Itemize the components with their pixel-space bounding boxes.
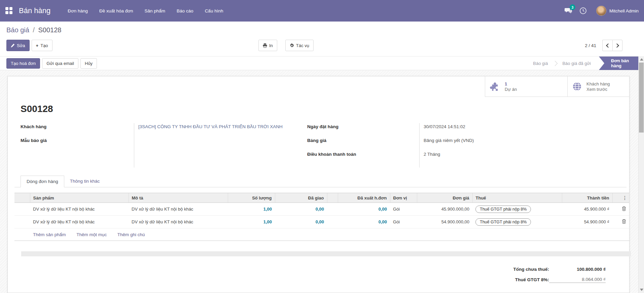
untaxed-total-value: 100.800.000 ₫ <box>549 267 606 272</box>
scroll-down-icon[interactable] <box>640 289 643 291</box>
cell-delivered[interactable]: 0,00 <box>316 207 324 212</box>
cancel-order-button[interactable]: Hủy <box>80 58 97 69</box>
table-footer-links-row: Thêm sản phẩm Thêm một mục Thêm ghi chú <box>14 228 629 241</box>
cell-description[interactable]: DV xử lý dữ liệu KT nội bộ khác <box>129 203 228 216</box>
customer-preview-smart-button[interactable]: Khách hàng Xem trước <box>567 76 629 97</box>
apps-menu-icon[interactable] <box>5 7 13 14</box>
header-unit-price[interactable]: Đơn giá <box>417 193 472 203</box>
quotation-template-label: Mẫu báo giá <box>21 138 47 143</box>
pager-previous-button[interactable] <box>602 40 612 51</box>
tax-badge: Thuế GTGT phải nộp 8% <box>475 206 531 213</box>
terms-placeholder-bar[interactable] <box>21 251 631 256</box>
add-note-link[interactable]: Thêm ghi chú <box>117 232 145 237</box>
cell-description[interactable]: DV xử lý dữ liệu KT nội bộ khác <box>129 216 228 228</box>
cell-subtotal: 45.900.000 ₫ <box>562 203 612 216</box>
gear-icon <box>290 43 294 48</box>
notebook-tabs: Dòng đơn hàng Thông tin khác <box>14 176 627 187</box>
add-product-link[interactable]: Thêm sản phẩm <box>33 232 66 237</box>
globe-icon <box>572 82 582 91</box>
menu-upsell[interactable]: Đề xuất hóa đơn <box>94 0 139 22</box>
messages-button[interactable]: 3 <box>563 5 574 16</box>
user-name[interactable]: Mitchell Admin <box>609 8 639 13</box>
customer-value[interactable]: [3SACH] CÔNG TY TNHH ĐẦU TƯ VÀ PHÁT TRIỂ… <box>138 124 283 129</box>
order-date-value: 30/07/2024 14:51:02 <box>424 124 465 129</box>
cell-invoiced[interactable]: 0,00 <box>379 219 387 224</box>
scrollbar-thumb[interactable] <box>639 63 644 133</box>
header-options: ⋮ <box>612 193 629 203</box>
cell-product[interactable]: DV xử lý dữ liệu KT nội bộ khác <box>30 216 129 228</box>
payment-terms-value: 2 Tháng <box>424 152 440 157</box>
send-email-button[interactable]: Gửi qua email <box>42 58 78 69</box>
plus-icon: + <box>36 43 39 48</box>
form-sheet: 1 Dự án Khách hàng Xem trước <box>7 76 630 293</box>
pricelist-label: Bảng giá <box>307 138 326 143</box>
payment-terms-label: Điều khoản thanh toán <box>307 152 356 157</box>
handle-column-header <box>14 193 30 203</box>
print-button[interactable]: In <box>258 40 277 51</box>
project-count: 1 <box>505 81 517 86</box>
optional-columns-icon[interactable]: ⋮ <box>622 195 627 200</box>
stage-quotation[interactable]: Báo giá <box>528 61 552 66</box>
table-row[interactable]: DV xử lý dữ liệu KT nội bộ khác DV xử lý… <box>14 216 629 228</box>
cell-quantity[interactable]: 1,00 <box>263 207 272 212</box>
cell-quantity[interactable]: 1,00 <box>263 219 272 224</box>
delete-row-icon[interactable] <box>622 206 626 211</box>
breadcrumb-quotations[interactable]: Báo giá <box>6 26 29 34</box>
table-row[interactable]: DV xử lý dữ liệu KT nội bộ khác DV xử lý… <box>14 203 629 216</box>
cell-subtotal: 54.900.000 ₫ <box>562 216 612 228</box>
customer-label: Khách hàng <box>21 124 46 129</box>
header-taxes[interactable]: Thuế <box>472 193 562 203</box>
action-button[interactable]: Tác vụ <box>285 40 314 51</box>
cell-invoiced[interactable]: 0,00 <box>379 207 387 212</box>
header-product[interactable]: Sản phẩm <box>30 193 129 203</box>
printer-icon <box>263 43 267 48</box>
totals-block: Tổng chưa thuế: 100.800.000 ₫ Thuế GTGT … <box>14 265 627 284</box>
tax-total-value: 8.064.000 ₫ <box>549 277 606 283</box>
vertical-scrollbar[interactable] <box>638 56 644 293</box>
order-date-label: Ngày đặt hàng <box>307 124 338 129</box>
user-avatar[interactable] <box>596 6 606 16</box>
stage-sales-order-active[interactable]: Đơn bán hàng <box>599 57 644 70</box>
app-name[interactable]: Bán hàng <box>19 6 50 15</box>
menu-configuration[interactable]: Cấu hình <box>199 0 229 22</box>
add-section-link[interactable]: Thêm một mục <box>76 232 107 237</box>
tax-badge: Thuế GTGT phải nộp 8% <box>475 218 531 226</box>
create-button[interactable]: + Tạo <box>32 40 52 51</box>
preview-label: Xem trước <box>586 87 610 92</box>
header-invoiced[interactable]: Đã xuất h.đơn <box>338 193 390 203</box>
edit-button[interactable]: Sửa <box>6 40 30 51</box>
pager-next-button[interactable] <box>612 40 622 51</box>
header-uom[interactable]: Đơn vị <box>390 193 417 203</box>
order-title: S00128 <box>21 104 627 114</box>
activities-button[interactable] <box>577 5 589 16</box>
tab-order-lines[interactable]: Dòng đơn hàng <box>21 176 64 187</box>
tax-total-label: Thuế GTGT 8%: <box>482 277 549 282</box>
cell-product[interactable]: DV xử lý dữ liệu KT nội bộ khác <box>30 203 129 216</box>
project-label: Dự án <box>505 87 517 92</box>
header-subtotal[interactable]: Thành tiền <box>562 193 612 203</box>
delete-row-icon[interactable] <box>622 219 626 224</box>
cell-delivered[interactable]: 0,00 <box>316 219 324 224</box>
pricelist-value: Bảng giá niêm yết (VND) <box>424 138 474 143</box>
create-invoice-button[interactable]: Tạo hoá đơn <box>6 58 40 69</box>
breadcrumb: Báo giá / S00128 <box>6 26 62 34</box>
main-menu: Đơn hàng Đề xuất hóa đơn Sản phẩm Báo cá… <box>62 0 229 22</box>
header-quantity[interactable]: Số lượng <box>228 193 275 203</box>
header-description[interactable]: Mô tả <box>129 193 228 203</box>
stage-quotation-sent[interactable]: Báo giá đã gửi <box>558 61 596 66</box>
menu-orders[interactable]: Đơn hàng <box>62 0 94 22</box>
preview-title: Khách hàng <box>586 81 610 86</box>
cell-unit-price[interactable]: 54.900.000,00 <box>417 216 472 228</box>
cell-uom: Gói <box>390 216 417 228</box>
menu-products[interactable]: Sản phẩm <box>139 0 171 22</box>
scroll-up-icon[interactable] <box>640 58 643 61</box>
cell-unit-price[interactable]: 45.900.000,00 <box>417 203 472 216</box>
breadcrumb-separator: / <box>33 26 35 34</box>
tab-other-info[interactable]: Thông tin khác <box>64 176 106 187</box>
puzzle-icon <box>490 81 500 91</box>
control-panel: Báo giá / S00128 Sửa + Tạo In <box>0 22 644 56</box>
header-delivered[interactable]: Đã giao <box>275 193 327 203</box>
project-smart-button[interactable]: 1 Dự án <box>485 76 567 97</box>
menu-reporting[interactable]: Báo cáo <box>171 0 199 22</box>
chevron-right-icon <box>615 43 619 48</box>
